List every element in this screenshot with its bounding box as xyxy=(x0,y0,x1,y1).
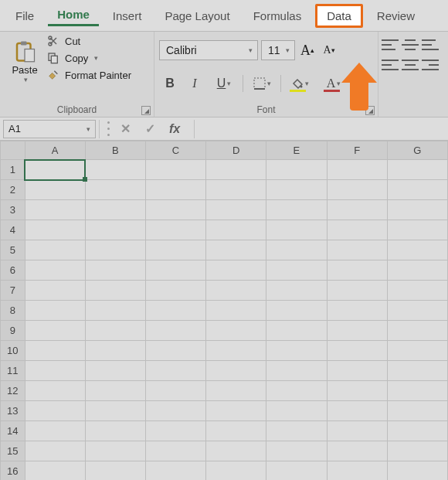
cell[interactable] xyxy=(145,260,205,281)
align-center-button[interactable] xyxy=(402,58,419,72)
cell[interactable] xyxy=(327,321,387,341)
cell[interactable] xyxy=(266,160,327,180)
cell[interactable] xyxy=(25,321,85,341)
worksheet-grid[interactable]: ABCDEFG12345678910111213141516 xyxy=(0,141,448,480)
cell[interactable] xyxy=(387,441,447,461)
column-header[interactable]: E xyxy=(266,141,327,160)
cell[interactable] xyxy=(25,421,85,441)
cell[interactable] xyxy=(327,281,387,301)
cell[interactable] xyxy=(25,301,85,321)
tab-review[interactable]: Review xyxy=(368,6,424,26)
column-header[interactable]: D xyxy=(206,141,266,160)
row-header[interactable]: 14 xyxy=(1,421,25,441)
row-header[interactable]: 2 xyxy=(1,180,25,200)
cell[interactable] xyxy=(145,421,205,441)
cell[interactable] xyxy=(85,341,145,361)
fx-icon[interactable]: fx xyxy=(168,122,182,136)
formula-input[interactable] xyxy=(194,120,448,138)
row-header[interactable]: 11 xyxy=(1,361,25,381)
cell[interactable] xyxy=(206,381,266,401)
cell[interactable] xyxy=(85,321,145,341)
cell[interactable] xyxy=(387,421,447,441)
column-header[interactable]: F xyxy=(327,141,387,160)
cell[interactable] xyxy=(85,220,145,240)
cell[interactable] xyxy=(206,160,266,180)
cell[interactable] xyxy=(25,461,85,481)
cell[interactable] xyxy=(25,200,85,220)
cell[interactable] xyxy=(266,401,327,421)
cell[interactable] xyxy=(145,160,205,180)
cell[interactable] xyxy=(387,281,447,301)
cell[interactable] xyxy=(266,200,327,220)
cell[interactable] xyxy=(327,461,387,481)
row-header[interactable]: 1 xyxy=(1,160,25,180)
cancel-icon[interactable]: ✕ xyxy=(118,122,132,136)
tab-page-layout[interactable]: Page Layout xyxy=(155,6,239,26)
cell[interactable] xyxy=(387,361,447,381)
row-header[interactable]: 10 xyxy=(1,341,25,361)
cell[interactable] xyxy=(266,240,327,260)
cell[interactable] xyxy=(266,341,327,361)
tab-home[interactable]: Home xyxy=(48,5,99,26)
cell[interactable] xyxy=(145,381,205,401)
tab-data[interactable]: Data xyxy=(315,4,363,28)
cell[interactable] xyxy=(85,301,145,321)
cell[interactable] xyxy=(387,341,447,361)
italic-button[interactable]: I xyxy=(184,73,205,94)
underline-button[interactable]: U▾ xyxy=(209,73,239,94)
align-middle-button[interactable] xyxy=(402,38,419,52)
cell[interactable] xyxy=(327,361,387,381)
align-right-button[interactable] xyxy=(422,58,439,72)
cell[interactable] xyxy=(25,240,85,260)
cell[interactable] xyxy=(206,341,266,361)
column-header[interactable]: G xyxy=(387,141,447,160)
cell[interactable] xyxy=(327,160,387,180)
cell[interactable] xyxy=(85,200,145,220)
cell[interactable] xyxy=(327,381,387,401)
cell[interactable] xyxy=(387,180,447,200)
cell[interactable] xyxy=(145,401,205,421)
cell[interactable] xyxy=(387,381,447,401)
format-painter-button[interactable]: Format Painter xyxy=(46,69,131,81)
cell[interactable] xyxy=(206,461,266,481)
tab-formulas[interactable]: Formulas xyxy=(244,6,311,26)
select-all-corner[interactable] xyxy=(1,141,25,160)
cell[interactable] xyxy=(25,281,85,301)
cell[interactable] xyxy=(206,421,266,441)
cell[interactable] xyxy=(266,461,327,481)
cell[interactable] xyxy=(25,260,85,281)
cell[interactable] xyxy=(145,281,205,301)
cell[interactable] xyxy=(327,180,387,200)
copy-button[interactable]: Copy ▾ xyxy=(46,52,131,64)
cell[interactable] xyxy=(145,461,205,481)
dialog-launcher-icon[interactable] xyxy=(141,106,151,115)
row-header[interactable]: 7 xyxy=(1,281,25,301)
cell[interactable] xyxy=(387,160,447,180)
row-header[interactable]: 8 xyxy=(1,301,25,321)
cell[interactable] xyxy=(266,381,327,401)
cell[interactable] xyxy=(387,240,447,260)
cell[interactable] xyxy=(327,240,387,260)
cell[interactable] xyxy=(327,421,387,441)
cell[interactable] xyxy=(85,441,145,461)
cell[interactable] xyxy=(85,361,145,381)
cell[interactable] xyxy=(327,200,387,220)
cell[interactable] xyxy=(206,180,266,200)
row-header[interactable]: 6 xyxy=(1,260,25,281)
cell[interactable] xyxy=(266,301,327,321)
borders-button[interactable]: ▾ xyxy=(246,73,277,94)
cell[interactable] xyxy=(327,441,387,461)
cell[interactable] xyxy=(266,220,327,240)
cell[interactable] xyxy=(145,301,205,321)
cell[interactable] xyxy=(25,381,85,401)
cell[interactable] xyxy=(266,281,327,301)
cell[interactable] xyxy=(266,321,327,341)
cell[interactable] xyxy=(327,301,387,321)
row-header[interactable]: 15 xyxy=(1,441,25,461)
cell[interactable] xyxy=(206,200,266,220)
cut-button[interactable]: Cut xyxy=(46,35,131,47)
cell[interactable] xyxy=(327,401,387,421)
cell[interactable] xyxy=(85,180,145,200)
cell[interactable] xyxy=(85,401,145,421)
cell[interactable] xyxy=(145,341,205,361)
